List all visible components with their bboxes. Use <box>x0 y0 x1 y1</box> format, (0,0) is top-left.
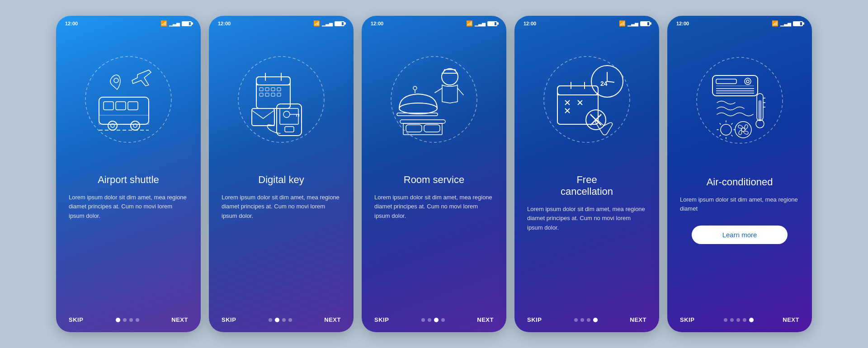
svg-point-7 <box>131 121 140 130</box>
svg-point-28 <box>283 111 290 118</box>
skip-btn-2[interactable]: SKIP <box>222 316 236 323</box>
svg-rect-50 <box>557 86 598 124</box>
screen-title-3: Room service <box>374 174 494 186</box>
digital-key-illustration <box>231 50 331 149</box>
dots-4 <box>574 318 598 322</box>
battery-icon-4 <box>640 21 650 26</box>
bottom-nav-3: SKIP NEXT <box>362 312 506 332</box>
svg-rect-9 <box>99 115 149 124</box>
svg-point-37 <box>399 103 437 114</box>
dot-2-1 <box>269 318 272 322</box>
svg-rect-44 <box>424 125 440 132</box>
icon-area-5 <box>667 29 812 167</box>
screen-airport-shuttle: 12:00 📶 ▁▃▅ <box>56 16 201 332</box>
dot-4-3 <box>587 318 590 322</box>
svg-rect-41 <box>400 120 445 123</box>
icon-area-3 <box>362 29 506 165</box>
screen-digital-key: 12:00 📶 ▁▃▅ <box>209 16 354 332</box>
next-btn-5[interactable]: NEXT <box>783 316 799 323</box>
learn-more-button[interactable]: Learn more <box>692 226 787 244</box>
svg-rect-2 <box>104 102 113 110</box>
svg-line-86 <box>731 123 732 124</box>
svg-point-64 <box>697 57 783 143</box>
signal-icon-4: ▁▃▅ <box>627 21 638 26</box>
svg-rect-33 <box>252 108 274 126</box>
airport-shuttle-illustration <box>79 50 178 149</box>
svg-rect-66 <box>716 79 736 84</box>
svg-point-79 <box>721 124 731 135</box>
screen-title-1: Airport shuttle <box>69 174 188 186</box>
room-service-illustration <box>384 50 484 149</box>
svg-rect-40 <box>397 113 438 116</box>
battery-icon-1 <box>182 21 192 26</box>
svg-point-69 <box>746 80 749 83</box>
dot-2-3 <box>282 318 286 322</box>
svg-rect-20 <box>271 88 275 91</box>
next-btn-1[interactable]: NEXT <box>171 316 188 323</box>
status-icons-1: 📶 ▁▃▅ <box>160 20 192 27</box>
content-area-3: Room service Lorem ipsum dolor sit dim a… <box>362 165 506 312</box>
dot-3-2 <box>428 318 431 322</box>
wifi-icon-2: 📶 <box>313 20 320 27</box>
status-bar-2: 12:00 📶 ▁▃▅ <box>209 16 354 29</box>
content-area-4: Free cancellation Lorem ipsum dolor sit … <box>514 165 659 312</box>
svg-point-0 <box>85 56 171 142</box>
dot-2-2 <box>275 318 279 322</box>
dot-1-3 <box>129 318 133 322</box>
icon-area-4: 24 <box>514 29 659 165</box>
signal-icon-3: ▁▃▅ <box>475 21 486 26</box>
signal-icon-5: ▁▃▅ <box>780 21 791 26</box>
skip-btn-4[interactable]: SKIP <box>527 316 542 323</box>
icon-area-1 <box>56 29 201 165</box>
svg-line-48 <box>607 81 614 82</box>
skip-btn-1[interactable]: SKIP <box>69 316 83 323</box>
next-btn-2[interactable]: NEXT <box>324 316 341 323</box>
screen-title-2: Digital key <box>222 174 341 186</box>
dot-3-3 <box>434 318 439 322</box>
svg-line-84 <box>720 123 721 124</box>
screens-container: 12:00 📶 ▁▃▅ <box>56 16 812 332</box>
dot-3-4 <box>441 318 445 322</box>
dot-4-4 <box>593 318 598 322</box>
time-1: 12:00 <box>65 21 78 26</box>
svg-rect-1 <box>99 97 149 124</box>
svg-point-5 <box>108 121 117 130</box>
air-conditioned-illustration <box>690 51 789 150</box>
status-icons-2: 📶 ▁▃▅ <box>313 20 344 27</box>
wifi-icon-3: 📶 <box>466 20 473 27</box>
svg-point-39 <box>413 86 417 90</box>
screen-title-4: Free cancellation <box>527 174 646 198</box>
svg-point-68 <box>745 78 751 85</box>
status-bar-3: 12:00 📶 ▁▃▅ <box>362 16 506 29</box>
screen-body-2: Lorem ipsum dolor sit dim amet, mea regi… <box>222 193 341 305</box>
time-2: 12:00 <box>218 21 231 26</box>
svg-rect-14 <box>256 77 290 85</box>
dot-2-4 <box>288 318 292 322</box>
status-icons-5: 📶 ▁▃▅ <box>772 20 803 27</box>
svg-point-10 <box>114 78 118 83</box>
skip-btn-3[interactable]: SKIP <box>374 316 389 323</box>
status-icons-3: 📶 ▁▃▅ <box>466 20 497 27</box>
svg-point-12 <box>238 56 324 142</box>
screen-free-cancellation: 12:00 📶 ▁▃▅ 24 <box>514 16 659 332</box>
dots-5 <box>724 318 754 322</box>
svg-rect-23 <box>265 93 269 96</box>
status-bar-5: 12:00 📶 ▁▃▅ <box>667 16 812 29</box>
screen-body-4: Lorem ipsum dolor sit dim amet, mea regi… <box>527 205 646 305</box>
dot-4-1 <box>574 318 578 322</box>
svg-rect-43 <box>406 125 422 132</box>
bottom-nav-1: SKIP NEXT <box>56 312 201 332</box>
next-btn-4[interactable]: NEXT <box>630 316 646 323</box>
svg-rect-25 <box>277 93 281 96</box>
signal-icon-2: ▁▃▅ <box>322 21 333 26</box>
battery-icon-2 <box>335 21 344 26</box>
status-icons-4: 📶 ▁▃▅ <box>619 20 650 27</box>
next-btn-3[interactable]: NEXT <box>477 316 494 323</box>
skip-btn-5[interactable]: SKIP <box>680 316 694 323</box>
icon-area-2 <box>209 29 354 165</box>
svg-rect-3 <box>116 102 126 110</box>
svg-rect-75 <box>759 100 761 121</box>
bottom-nav-5: SKIP NEXT <box>667 312 812 332</box>
svg-rect-18 <box>259 88 263 91</box>
content-area-5: Air-conditioned Lorem ipsum dolor sit di… <box>667 167 812 312</box>
